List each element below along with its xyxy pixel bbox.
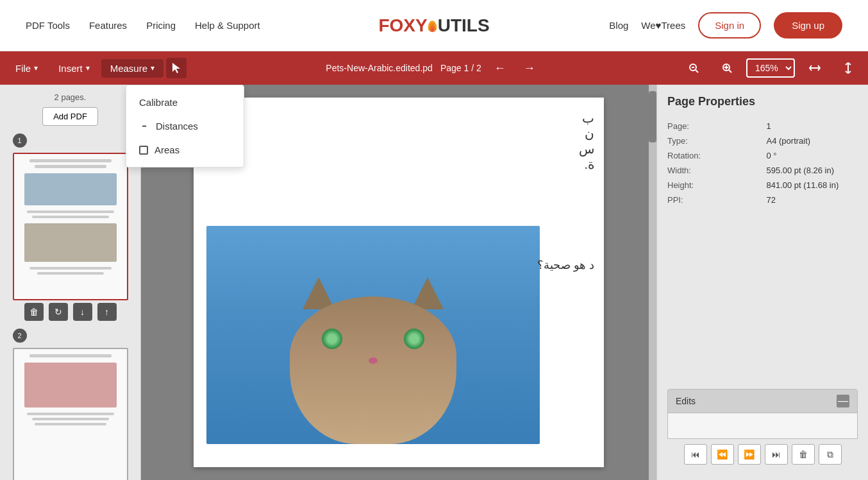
- prev-edit-button[interactable]: ⏪: [711, 444, 734, 465]
- zoom-in-icon: [722, 63, 732, 73]
- thumb-text-4: [32, 216, 109, 218]
- file-chevron-icon: ▾: [34, 64, 38, 73]
- thumb-text-3: [27, 210, 114, 213]
- copy-edit-button[interactable]: ⧉: [819, 444, 842, 465]
- next-page-button[interactable]: →: [519, 60, 540, 76]
- zoom-select[interactable]: 165%: [746, 58, 795, 78]
- pdf-content: ب ن س ة.: [194, 98, 604, 467]
- add-pdf-button[interactable]: Add PDF: [42, 107, 98, 126]
- areas-icon: [139, 146, 148, 155]
- pages-count: 2 pages.: [54, 92, 87, 102]
- thumb-text-6: [37, 272, 104, 275]
- measure-chevron-icon: ▾: [151, 64, 154, 73]
- cat-image-area: [206, 226, 540, 444]
- measure-label: Measure: [110, 63, 147, 74]
- fit-width-icon: [809, 64, 821, 73]
- thumb-1-content: [14, 154, 127, 299]
- areas-item[interactable]: Areas: [126, 138, 244, 162]
- insert-menu-button[interactable]: Insert ▾: [49, 59, 99, 78]
- thumb-2-content: [14, 349, 127, 480]
- toolbar-center: Pets-New-Arabic.edited.pd Page 1 / 2 ← →: [189, 60, 677, 76]
- ppi-label: PPI:: [667, 195, 759, 205]
- nav-blog[interactable]: Blog: [609, 20, 628, 31]
- width-value: 595.00 pt (8.26 in): [767, 166, 858, 175]
- ppi-value: 72: [767, 195, 858, 205]
- pdf-scrollbar[interactable]: [649, 85, 656, 480]
- page-value: 1: [767, 121, 858, 131]
- edits-label: Edits: [676, 396, 696, 406]
- height-value: 841.00 pt (11.68 in): [767, 180, 858, 190]
- page-label: Page:: [667, 121, 759, 131]
- zoom-in-button[interactable]: [713, 59, 741, 77]
- arabic-text-mid: د هو صحية؟: [537, 258, 594, 272]
- edits-header: Edits —: [667, 389, 858, 413]
- thumb2-text-3: [32, 418, 109, 420]
- nav-right-links: Blog We♥Trees Sign in Sign up: [609, 12, 842, 39]
- first-edit-button[interactable]: ⏮: [684, 444, 707, 465]
- page-1-preview: [13, 153, 128, 300]
- nav-we-trees[interactable]: We♥Trees: [641, 20, 685, 31]
- fit-width-button[interactable]: [800, 60, 830, 76]
- nav-pricing[interactable]: Pricing: [146, 20, 176, 31]
- move-down-button[interactable]: ↓: [73, 303, 92, 321]
- thumb-cat-image: [24, 173, 117, 205]
- measure-dropdown: Calibrate ━ Distances Areas: [126, 85, 244, 167]
- zoom-out-icon: [689, 63, 699, 73]
- thumb-text-1: [29, 159, 112, 162]
- fit-page-button[interactable]: [835, 58, 862, 78]
- logo-foxy: FOXY: [378, 15, 427, 35]
- signin-button[interactable]: Sign in: [698, 12, 761, 39]
- thumb2-text-1: [29, 354, 112, 357]
- page-1-badge: 1: [13, 133, 27, 148]
- thumb-text-2: [35, 165, 106, 168]
- measure-menu-button[interactable]: Measure ▾: [101, 59, 163, 78]
- calibrate-label: Calibrate: [139, 97, 178, 108]
- prev-page-button[interactable]: ←: [489, 60, 511, 76]
- pdf-page: ب ن س ة.: [194, 98, 604, 467]
- toolbar-right: 165%: [680, 58, 862, 78]
- page-navigation: Page 1 / 2 ← →: [440, 60, 540, 76]
- distances-icon: ━: [139, 121, 149, 132]
- edits-collapse-button[interactable]: —: [837, 395, 849, 407]
- page-1-thumbnail[interactable]: 1 🗑 ↻ ↓ ↑: [13, 133, 128, 321]
- nav-features[interactable]: Features: [89, 20, 127, 31]
- cat-figure: [283, 277, 463, 444]
- last-edit-button[interactable]: ⏭: [765, 444, 788, 465]
- move-up-button[interactable]: ↑: [97, 303, 117, 321]
- site-logo[interactable]: FOXYUTILS: [378, 15, 489, 36]
- delete-page-button[interactable]: 🗑: [24, 303, 44, 321]
- fit-page-icon: [844, 62, 853, 74]
- nav-pdf-tools[interactable]: PDF Tools: [26, 20, 70, 31]
- nav-left-links: PDF Tools Features Pricing Help & Suppor…: [26, 20, 260, 31]
- cursor-icon: [171, 62, 181, 74]
- page-2-preview: [13, 348, 128, 480]
- page-info: Page 1 / 2: [440, 63, 481, 73]
- page-2-thumbnail[interactable]: 2: [13, 329, 128, 480]
- cat-head: [290, 296, 456, 444]
- next-edit-button[interactable]: ⏩: [738, 444, 761, 465]
- svg-line-6: [729, 70, 731, 73]
- thumb-text-5: [29, 267, 112, 270]
- insert-label: Insert: [58, 63, 83, 74]
- distances-item[interactable]: ━ Distances: [126, 114, 244, 138]
- main-toolbar: File ▾ Insert ▾ Measure ▾ Pets-New-Arabi…: [0, 51, 868, 85]
- thumb2-text-2: [27, 413, 114, 415]
- cat-background: [206, 226, 540, 444]
- file-label: File: [15, 63, 31, 74]
- delete-edit-button[interactable]: 🗑: [792, 444, 815, 465]
- cat-right-eye: [404, 329, 424, 349]
- rotate-page-button[interactable]: ↻: [49, 303, 68, 321]
- zoom-out-button[interactable]: [680, 59, 708, 77]
- thumb-1-actions: 🗑 ↻ ↓ ↑: [13, 303, 128, 321]
- file-menu-button[interactable]: File ▾: [6, 59, 47, 78]
- signup-button[interactable]: Sign up: [774, 12, 842, 39]
- cursor-tool-button[interactable]: [166, 58, 187, 78]
- edits-section: Edits — ⏮ ⏪ ⏩ ⏭ 🗑 ⧉: [667, 389, 858, 470]
- distances-label: Distances: [156, 121, 198, 132]
- nav-help-support[interactable]: Help & Support: [195, 20, 260, 31]
- width-label: Width:: [667, 166, 759, 175]
- svg-line-2: [696, 70, 698, 73]
- right-panel: Page Properties Page: 1 Type: A4 (portra…: [656, 85, 868, 480]
- page-properties-title: Page Properties: [667, 95, 858, 108]
- calibrate-item[interactable]: Calibrate: [126, 90, 244, 114]
